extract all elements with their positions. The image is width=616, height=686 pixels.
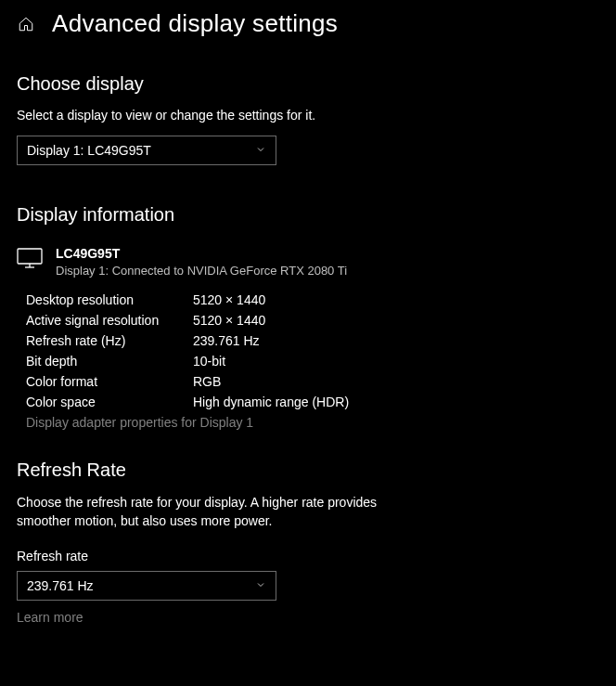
svg-rect-0 [18,249,42,264]
color-space-label: Color space [26,395,193,409]
table-row: Active signal resolution 5120 × 1440 [26,313,599,328]
bit-depth-label: Bit depth [26,354,193,369]
color-space-value: High dynamic range (HDR) [193,395,349,409]
display-info-table: Desktop resolution 5120 × 1440 Active si… [26,292,599,430]
refresh-rate-heading: Refresh Rate [17,459,599,481]
display-information-heading: Display information [17,204,599,226]
refresh-rate-value: 239.761 Hz [193,333,260,348]
desktop-resolution-value: 5120 × 1440 [193,292,265,307]
active-resolution-value: 5120 × 1440 [193,313,265,328]
refresh-rate-dropdown[interactable]: 239.761 Hz [17,571,276,601]
choose-display-heading: Choose display [17,73,599,95]
learn-more-link[interactable]: Learn more [17,610,599,625]
refresh-rate-field-label: Refresh rate [17,549,599,563]
color-format-label: Color format [26,374,193,389]
monitor-icon [17,246,43,272]
chevron-down-icon [255,578,266,593]
choose-display-section: Choose display Select a display to view … [17,73,599,165]
display-select-dropdown[interactable]: Display 1: LC49G95T [17,136,276,165]
display-select-value: Display 1: LC49G95T [27,143,151,158]
table-row: Desktop resolution 5120 × 1440 [26,292,599,307]
home-icon[interactable] [17,15,35,33]
chevron-down-icon [255,143,266,158]
color-format-value: RGB [193,374,221,389]
refresh-rate-section: Refresh Rate Choose the refresh rate for… [17,459,599,625]
refresh-rate-label: Refresh rate (Hz) [26,333,193,348]
table-row: Color format RGB [26,374,599,389]
display-name: LC49G95T [56,246,347,261]
adapter-properties-link[interactable]: Display adapter properties for Display 1 [26,415,599,430]
display-connection: Display 1: Connected to NVIDIA GeForce R… [56,264,347,278]
refresh-rate-description: Choose the refresh rate for your display… [17,494,416,530]
page-title: Advanced display settings [52,9,338,38]
display-information-section: Display information LC49G95T Display 1: … [17,204,599,430]
refresh-rate-select-value: 239.761 Hz [27,578,94,593]
table-row: Bit depth 10-bit [26,354,599,369]
desktop-resolution-label: Desktop resolution [26,292,193,307]
active-resolution-label: Active signal resolution [26,313,193,328]
bit-depth-value: 10-bit [193,354,225,369]
table-row: Refresh rate (Hz) 239.761 Hz [26,333,599,348]
choose-display-subtext: Select a display to view or change the s… [17,108,599,123]
table-row: Color space High dynamic range (HDR) [26,395,599,409]
